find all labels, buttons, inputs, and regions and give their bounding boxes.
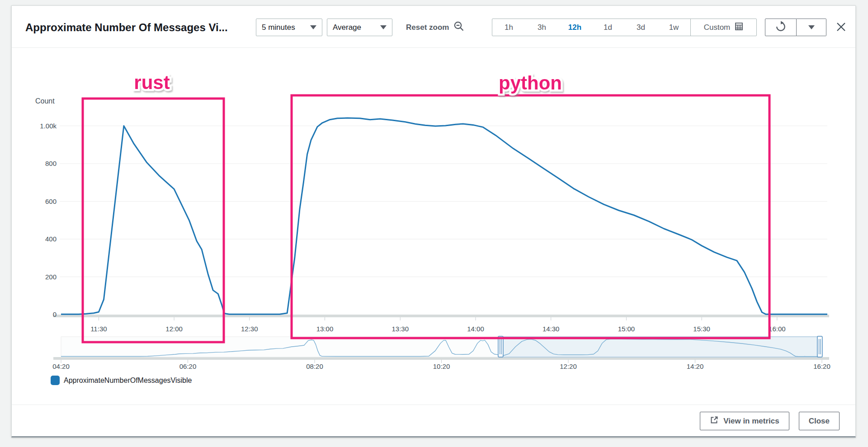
chevron-down-icon (380, 25, 387, 29)
page-title: Approximate Number Of Messages Vi... (25, 19, 228, 37)
time-range-1w[interactable]: 1w (657, 19, 690, 36)
time-range-control: 1h3h12h1d3d1w Custom (492, 19, 757, 36)
chevron-down-icon (310, 25, 316, 29)
metric-detail-dialog: Approximate Number Of Messages Vi... 5 m… (11, 5, 856, 438)
header-divider (12, 47, 855, 48)
view-in-metrics-label: View in metrics (723, 417, 779, 426)
footer-divider (12, 405, 855, 405)
dialog-header: Approximate Number Of Messages Vi... 5 m… (12, 6, 855, 47)
time-range-custom[interactable]: Custom (690, 19, 756, 36)
chevron-down-icon (808, 25, 815, 29)
legend: ApproximateNumberOfMessagesVisible (51, 376, 192, 385)
refresh-icon (775, 21, 787, 34)
external-link-icon (710, 415, 719, 427)
close-icon-button[interactable] (834, 19, 848, 34)
view-in-metrics-button[interactable]: View in metrics (700, 412, 789, 430)
refresh-options-button[interactable] (797, 19, 826, 36)
zoom-out-icon (453, 21, 465, 34)
close-button[interactable]: Close (799, 412, 840, 430)
statistic-select[interactable]: Average (327, 19, 392, 36)
period-select[interactable]: 5 minutes (256, 19, 322, 36)
time-range-3d[interactable]: 3d (624, 19, 657, 36)
refresh-button-group (765, 19, 826, 36)
custom-label: Custom (704, 23, 731, 32)
time-range-3h[interactable]: 3h (525, 19, 558, 36)
statistic-select-value: Average (333, 23, 361, 32)
close-icon (835, 21, 847, 33)
reset-zoom-label: Reset zoom (406, 23, 449, 32)
calendar-grid-icon (735, 22, 743, 33)
dialog-footer: View in metrics Close (700, 412, 840, 430)
time-range-1h[interactable]: 1h (492, 19, 525, 36)
time-range-12h[interactable]: 12h (558, 19, 591, 36)
close-button-label: Close (809, 417, 830, 426)
legend-label[interactable]: ApproximateNumberOfMessagesVisible (64, 376, 192, 385)
reset-zoom-button[interactable]: Reset zoom (406, 19, 465, 36)
time-range-1d[interactable]: 1d (591, 19, 624, 36)
refresh-button[interactable] (765, 19, 797, 36)
period-select-value: 5 minutes (262, 23, 295, 32)
legend-swatch (51, 376, 60, 385)
